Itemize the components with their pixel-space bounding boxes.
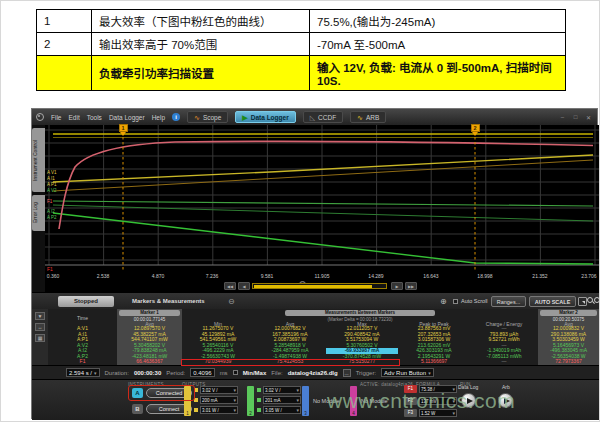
channel-2-chip: [257, 408, 261, 412]
ch2-current-field[interactable]: 201 mA▾: [263, 396, 301, 404]
trace-label-f1[interactable]: F1: [47, 199, 52, 204]
scroll-far-right-button[interactable]: ▶▶: [405, 282, 417, 290]
fit-width-icon[interactable]: ↔: [35, 323, 45, 331]
maximize-button[interactable]: □: [571, 114, 580, 121]
between-markers-header: Measurements Between Markers: [285, 310, 435, 316]
collapse-icon[interactable]: ⊖: [228, 297, 235, 306]
play-icon: ▶: [242, 114, 247, 121]
trace-label-p1[interactable]: A P1: [47, 182, 57, 187]
scroll-far-left-button[interactable]: ◀◀: [224, 282, 236, 290]
table-tool-gutter: ▼ ↔ ▦: [32, 309, 48, 365]
channel-3-bar[interactable]: 3: [302, 386, 309, 416]
x-tick: 14.289: [368, 273, 383, 279]
zoom-out-icon[interactable]: [594, 297, 600, 303]
zoom-in-icon[interactable]: [587, 297, 593, 303]
x-tick: 9.581: [261, 273, 274, 279]
ch2-voltage-field[interactable]: 3.02 V /▾: [263, 386, 301, 394]
row-number: 2: [37, 33, 92, 56]
menu-file[interactable]: File: [51, 114, 61, 121]
marker-flag-1[interactable]: 1: [118, 124, 128, 136]
marker1-header[interactable]: Marker 1: [119, 310, 180, 316]
tab-data-logger[interactable]: ▶ Data Logger: [235, 111, 295, 123]
tab-scope[interactable]: ∿ Scope: [187, 111, 228, 123]
close-button[interactable]: ✕: [584, 114, 593, 121]
scroll-right-button[interactable]: ▶: [391, 282, 403, 290]
tab-label: ARB: [366, 114, 379, 121]
period-input[interactable]: 0.4096: [190, 368, 214, 377]
row-number: 1: [37, 10, 92, 33]
menu-help[interactable]: Help: [152, 114, 165, 121]
screenshot-canvas: 1 最大效率（下图中粉红色的曲线） 75.5%,(输出为-245mA) 2 输出…: [0, 0, 600, 422]
menu-data-logger[interactable]: Data Logger: [109, 114, 145, 121]
row-value: 输入 12V, 负载: 电流从 0 到-500mA, 扫描时间 10S.: [310, 56, 566, 91]
ch2-power-field[interactable]: 3.05 W /▾: [263, 406, 301, 414]
x-tick: 0.360: [47, 273, 60, 279]
trace-label-i2[interactable]: A I2: [47, 209, 55, 214]
menubar: File Edit Tools Data Logger Help i ∿ Sco…: [32, 109, 597, 125]
side-tab-strip: Instrument Control Error Log: [32, 125, 45, 292]
scrollbar-track[interactable]: [252, 283, 387, 289]
marker-flag-arrow-icon: [472, 132, 478, 136]
duration-label: Duration:: [105, 370, 129, 376]
ch1-power-field[interactable]: 3.01 W /▾: [200, 406, 238, 414]
x-tick: 21.352: [532, 273, 547, 279]
ch1-voltage-field[interactable]: 3.02 V /▾: [200, 386, 238, 394]
axis-f1-marker: F1: [47, 266, 53, 272]
markers-measurements-title: Markers & Measurements: [132, 298, 205, 304]
app-window: File Edit Tools Data Logger Help i ∿ Sco…: [31, 108, 598, 419]
ranges-button[interactable]: Ranges...: [491, 296, 526, 307]
file-label: File:: [271, 370, 282, 376]
markers-toolbar: Stopped Markers & Measurements ⊖ ⊕ Auto …: [32, 292, 599, 309]
minmax-checkbox[interactable]: [233, 370, 238, 375]
x-tick: 2.538: [97, 273, 110, 279]
table-row: 1 最大效率（下图中粉红色的曲线） 75.5%,(输出为-245mA): [37, 10, 566, 33]
marker2-header[interactable]: Marker 2: [540, 310, 597, 316]
chart-area[interactable]: 1 2 A V1 A I1 A P1 A V2 F1 A I2 A P2 F1 …: [45, 125, 599, 292]
menu-edit[interactable]: Edit: [68, 114, 79, 121]
channel-2-chip: [257, 388, 261, 392]
trigger-label: Trigger:: [356, 370, 376, 376]
trace-label-p2[interactable]: A P2: [47, 215, 57, 220]
crosshair-icon[interactable]: ⊕: [440, 297, 447, 306]
menu-tools[interactable]: Tools: [87, 114, 102, 121]
info-icon[interactable]: i: [172, 113, 180, 121]
tab-label: Scope: [203, 114, 221, 121]
scope-waveform-icon: ∿: [194, 114, 200, 121]
trace-label-v1[interactable]: A V1: [47, 170, 57, 175]
timescale-dropdown[interactable]: 2.594 s /▾: [66, 368, 100, 377]
x-tick: 18.998: [477, 273, 492, 279]
stopped-status-button[interactable]: Stopped: [58, 296, 114, 307]
scroll-left-button[interactable]: ◀: [238, 282, 250, 290]
x-tick: 11.905: [315, 273, 330, 279]
marker-flag-label: 2: [471, 124, 480, 132]
ch1-current-field[interactable]: 200 mA▾: [200, 396, 238, 404]
channel-2-bar[interactable]: 2: [247, 386, 254, 416]
auto-scroll-label: Auto Scroll: [461, 298, 488, 304]
chart-plot: [45, 125, 599, 272]
tab-arb[interactable]: ∿ ARB: [350, 111, 386, 123]
grid-view-icon[interactable]: ▦: [35, 334, 45, 342]
filter-icon[interactable]: ▼: [35, 312, 45, 320]
marker-flag-2[interactable]: 2: [470, 124, 480, 136]
tab-label: Data Logger: [251, 114, 289, 121]
period-unit: ms: [220, 370, 228, 376]
connected-highlight-box: [128, 385, 195, 401]
x-tick: 4.870: [152, 273, 165, 279]
autoscale-button[interactable]: AUTO SCALE: [529, 296, 576, 307]
table-row: 2 输出效率高于 70%范围 -70mA 至-500mA: [37, 33, 566, 56]
scrollbar-thumb[interactable]: [254, 285, 372, 288]
channel-1-chip: [194, 408, 198, 412]
trace-label-i1[interactable]: A I1: [47, 176, 55, 181]
trace-label-v2[interactable]: A V2: [47, 188, 57, 193]
settings-gear-icon[interactable]: [36, 113, 44, 121]
cursor-select-icon[interactable]: [578, 297, 587, 306]
channel-2-chip: [257, 398, 261, 402]
row-desc: 最大效率（下图中粉红色的曲线）: [92, 10, 310, 33]
browse-file-button[interactable]: ...: [343, 369, 351, 377]
minimize-button[interactable]: –: [558, 114, 567, 121]
ccdf-icon: ◺: [310, 114, 315, 121]
row-desc: 负载牵引功率扫描设置: [92, 56, 310, 91]
tab-ccdf[interactable]: ◺ CCDF: [303, 111, 343, 123]
auto-scroll-checkbox[interactable]: [453, 299, 458, 304]
trigger-dropdown[interactable]: Adv Run Button▾: [381, 368, 434, 377]
